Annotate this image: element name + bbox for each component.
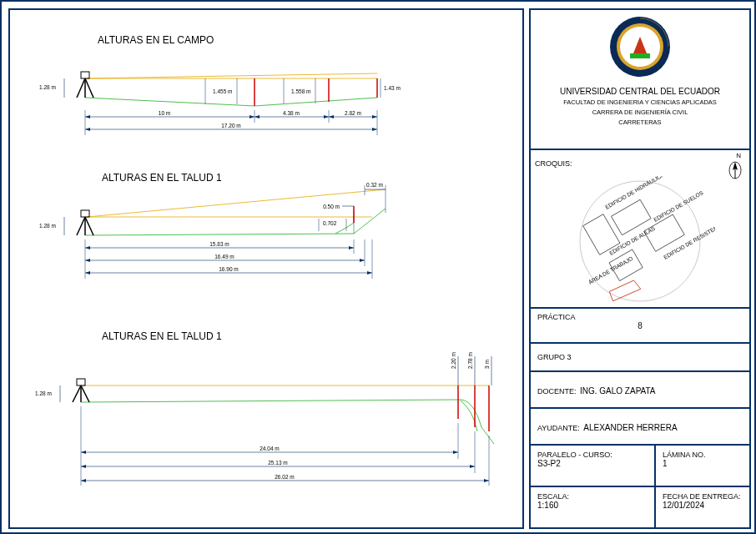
tb-lamina: LÁMINA No. 1 <box>654 444 751 487</box>
tb-header: UNIVERSIDAD CENTRAL DEL ECUADOR FACULTAD… <box>529 8 751 150</box>
svg-marker-51 <box>367 271 372 275</box>
drawing-svg: ALTURAS EN EL CAMPO 1.28 m 1.455 m <box>10 10 526 531</box>
svg-rect-3 <box>81 72 89 78</box>
section-title-talud2: ALTURAS EN EL TALUD 1 <box>102 330 222 342</box>
fecha-key: FECHA DE ENTREGA: <box>663 492 743 501</box>
h050: 0.50 m <box>323 204 340 209</box>
sight-talud1-up <box>87 189 386 217</box>
ayudante-val: ALEXANDER HERRERA <box>583 423 677 432</box>
svg-line-0 <box>77 78 85 98</box>
tb-docente: DOCENTE: ING. GALO ZAPATA <box>529 370 751 409</box>
svg-marker-72 <box>470 465 475 468</box>
svg-marker-48 <box>360 259 365 262</box>
escala-key: ESCALA: <box>537 492 648 501</box>
location-map-icon: EDIFICIO DE HIDRÁULICA EDIFICIO DE AULAS… <box>565 176 715 305</box>
v2-talud2: 2.78 m <box>467 352 473 369</box>
drawing-area: ALTURAS EN EL CAMPO 1.28 m 1.455 m <box>8 8 524 529</box>
svg-line-52 <box>73 385 81 402</box>
svg-line-27 <box>85 217 93 235</box>
tripod-icon-campo <box>77 72 93 98</box>
tb-escala: ESCALA: 1:160 <box>529 486 656 529</box>
svg-rect-79 <box>630 53 650 58</box>
tripod-icon-talud1 <box>77 210 93 235</box>
svg-marker-24 <box>85 128 90 131</box>
svg-marker-25 <box>372 128 377 131</box>
svg-marker-47 <box>85 259 90 262</box>
tb-fecha: FECHA DE ENTREGA: 12/01/2024 <box>654 486 751 529</box>
svg-line-26 <box>77 217 85 235</box>
svg-marker-68 <box>81 451 86 454</box>
tb-grupo: GRUPO 3 <box>529 342 751 372</box>
docente-key: DOCENTE: <box>537 387 577 395</box>
fecha-val: 12/01/2024 <box>663 501 743 510</box>
v3-talud2: 3 m <box>484 360 490 369</box>
d3-talud1: 16.90 m <box>219 266 239 272</box>
h3-campo: 1.43 m <box>384 85 401 91</box>
section-title-campo: ALTURAS EN EL CAMPO <box>98 34 214 46</box>
practica-key: PRÁCTICA <box>537 313 743 321</box>
university-name: UNIVERSIDAD CENTRAL DEL ECUADOR <box>531 87 749 96</box>
svg-text:EDIFICIO DE SUELOS: EDIFICIO DE SUELOS <box>653 189 704 223</box>
svg-marker-21 <box>329 115 334 118</box>
practica-val: 8 <box>537 321 743 330</box>
d2-campo: 4.38 m <box>283 110 300 116</box>
h2-campo: 1.558 m <box>291 88 311 94</box>
tb-croquis: CROQUIS: N EDIFICIO DE HIDRÁULICA EDIFIC… <box>529 149 751 309</box>
ground-talud2 <box>81 400 494 444</box>
north-label: N <box>736 152 741 159</box>
d1-talud2: 24.04 m <box>260 446 280 451</box>
career-name: CARRERA DE INGENIERÍA CIVIL <box>531 108 749 116</box>
svg-marker-20 <box>324 115 329 118</box>
svg-line-53 <box>81 385 89 402</box>
svg-marker-17 <box>85 115 90 118</box>
svg-marker-75 <box>484 479 489 482</box>
tripod-height-talud2: 1.28 m <box>35 390 52 396</box>
tripod-height-talud1: 1.28 m <box>39 223 56 229</box>
docente-val: ING. GALO ZAPATA <box>580 386 656 395</box>
svg-marker-69 <box>453 451 458 454</box>
h0702: 0.702 <box>323 220 337 226</box>
paralelo-key: PARALELO - CURSO: <box>537 451 648 459</box>
croquis-label: CROQUIS: <box>535 159 572 168</box>
svg-marker-45 <box>349 246 354 249</box>
svg-marker-18 <box>249 115 255 118</box>
svg-text:ÁREA DE TRABAJO: ÁREA DE TRABAJO <box>587 254 634 285</box>
svg-line-1 <box>85 78 93 98</box>
section-title-talud1: ALTURAS EN EL TALUD 1 <box>102 172 222 184</box>
sight-campo-2 <box>87 73 377 78</box>
svg-rect-55 <box>77 379 85 385</box>
total-campo: 17.20 m <box>221 123 241 128</box>
svg-marker-74 <box>81 479 86 482</box>
topdim-talud1: 0.32 m <box>366 182 383 188</box>
grupo-val: GRUPO 3 <box>537 353 572 361</box>
svg-marker-50 <box>85 271 90 275</box>
tb-paralelo: PARALELO - CURSO: S3-P2 <box>529 444 656 487</box>
svg-marker-19 <box>255 115 260 118</box>
tb-ayudante: AYUDANTE: ALEXANDER HERRERA <box>529 407 751 446</box>
subject-name: CARRETERAS <box>531 118 749 126</box>
v1-talud2: 2.20 m <box>451 352 456 369</box>
escala-val: 1:160 <box>537 501 648 510</box>
lamina-key: LÁMINA No. <box>663 451 743 459</box>
drawing-sheet: ALTURAS EN EL CAMPO 1.28 m 1.455 m <box>0 0 756 534</box>
svg-marker-44 <box>85 246 90 249</box>
svg-marker-71 <box>81 465 86 468</box>
paralelo-val: S3-P2 <box>537 459 648 468</box>
svg-text:EDIFICIO DE RESISTENCIA: EDIFICIO DE RESISTENCIA <box>663 219 715 259</box>
d3-campo: 2.82 m <box>345 110 361 116</box>
tb-practica: PRÁCTICA 8 <box>529 307 751 344</box>
d2-talud2: 25.13 m <box>268 460 288 466</box>
north-arrow-icon <box>728 160 743 180</box>
lamina-val: 1 <box>663 459 743 468</box>
titleblock: UNIVERSIDAD CENTRAL DEL ECUADOR FACULTAD… <box>529 8 751 529</box>
tripod-icon-talud2 <box>73 379 89 402</box>
d2-talud1: 16.49 m <box>214 254 234 259</box>
d3-talud2: 26.02 m <box>275 474 295 480</box>
d1-talud1: 15.83 m <box>209 241 229 247</box>
d1-campo: 10 m <box>159 110 170 116</box>
svg-point-82 <box>580 181 700 301</box>
h1-campo: 1.455 m <box>213 88 233 94</box>
ayudante-key: AYUDANTE: <box>537 424 580 432</box>
faculty-name: FACULTAD DE INGENIERIA Y CIENCIAS APLICA… <box>531 98 749 106</box>
tripod-height-campo: 1.28 m <box>39 84 56 90</box>
